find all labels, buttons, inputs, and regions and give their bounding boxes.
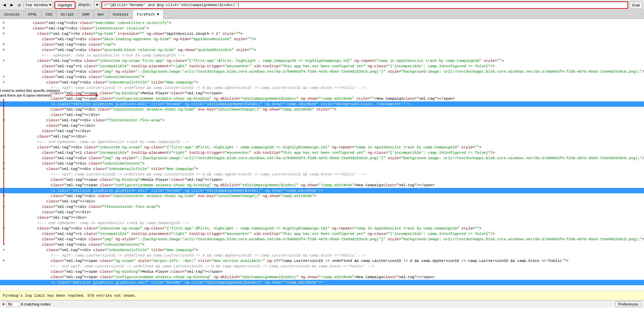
code-panel[interactable]: I need to select this specific element a… xyxy=(0,19,644,291)
expand-icon[interactable]: ⊕ xyxy=(1,26,6,31)
expand-icon[interactable] xyxy=(1,85,6,91)
line-content: class="xml-tag"><span class="ng-binding"… xyxy=(6,91,222,96)
expand-icon[interactable] xyxy=(1,155,6,161)
line-content: <!-- ngIf: camp.LastVersionID != undefin… xyxy=(6,172,365,177)
code-line: ⊕ class="xml-tag"><div class="inputConta… xyxy=(0,193,644,199)
expand-icon[interactable] xyxy=(1,237,6,242)
expand-icon[interactable] xyxy=(1,182,6,188)
expand-icon[interactable]: ⊕ xyxy=(1,193,6,199)
line-content: class="xml-tag"><i class="incompatible" … xyxy=(6,150,495,155)
expand-icon[interactable] xyxy=(1,128,6,134)
expand-icon[interactable]: ⊖ xyxy=(1,166,6,172)
code-line: class="xml-tag"><i class="incompatible" … xyxy=(0,64,644,69)
code-line: ⊖ class="xml-tag"><div class="inboxSideC… xyxy=(0,161,644,166)
expand-icon[interactable]: ⊖ xyxy=(1,161,6,166)
expand-icon[interactable] xyxy=(1,264,6,269)
console-input[interactable] xyxy=(6,301,20,307)
expand-icon[interactable]: ⊖ xyxy=(1,247,6,253)
expand-icon[interactable] xyxy=(1,36,6,42)
tab-script[interactable]: Script xyxy=(56,10,78,19)
expand-icon[interactable] xyxy=(1,64,6,69)
line-content: class="xml-tag"><span class="configurati… xyxy=(6,96,455,101)
expand-icon[interactable] xyxy=(1,280,6,285)
line-content: class="xml-tag"><div class="inboxDetails… xyxy=(6,247,198,253)
expand-icon[interactable] xyxy=(1,177,6,182)
eval-button[interactable]: Eval xyxy=(629,1,643,9)
line-content: class="xml-tag"><div class="inboxDetails… xyxy=(6,80,198,85)
line-content: class="xml-tag"><div class="inboxItem ng… xyxy=(6,58,504,64)
expand-icon[interactable] xyxy=(1,91,6,96)
tab-firepath[interactable]: FirePath ▼ xyxy=(133,10,164,19)
expand-icon[interactable] xyxy=(1,139,6,145)
code-line: class="xml-tag"><div class="data-loading… xyxy=(0,36,644,42)
code-line: class="xml-tag"></div> xyxy=(0,215,644,220)
code-line: class="xml-tag"></div> xyxy=(0,134,644,139)
expand-icon[interactable] xyxy=(1,210,6,215)
tab-html[interactable]: HTML xyxy=(24,10,41,19)
expand-icon[interactable]: ⊖ xyxy=(1,74,6,80)
expand-icon[interactable] xyxy=(1,253,6,258)
expand-icon[interactable] xyxy=(1,188,6,193)
code-line: class="xml-tag"><span class="ng-binding"… xyxy=(0,269,644,274)
code-line: class="xml-tag"></div> xyxy=(0,112,644,118)
expand-icon[interactable] xyxy=(1,269,6,274)
tab-net[interactable]: Net xyxy=(94,10,109,19)
expand-icon[interactable] xyxy=(1,231,6,237)
code-line: class="xml-tag"></div> xyxy=(0,199,644,204)
dropdown-arrow-icon: ▼ xyxy=(49,3,51,7)
line-content: <i class="editIcon glyphicon glyphicon-e… xyxy=(6,280,323,285)
expand-icon[interactable]: ⊖ xyxy=(1,80,6,85)
line-content: <!-- ngIf: camp.LastVersionID != undefin… xyxy=(6,85,365,91)
expand-icon[interactable]: ⊖ xyxy=(1,58,6,64)
line-content: class="xml-tag"></div> xyxy=(6,199,95,204)
expand-icon[interactable] xyxy=(1,96,6,101)
tab-cookies[interactable]: Cookies xyxy=(109,10,133,19)
tab-css[interactable]: CSS xyxy=(42,10,57,19)
expand-icon[interactable]: ⊕ xyxy=(1,118,6,123)
expand-icon[interactable]: ⊕ xyxy=(1,47,6,53)
expand-icon[interactable] xyxy=(1,69,6,74)
nav-forward-icon[interactable]: ▶ xyxy=(9,2,15,8)
top-window-dropdown[interactable]: Top Window ▼ xyxy=(24,1,53,9)
line-content: class="xml-tag"><div class="data-loading… xyxy=(6,36,256,42)
tab-dom[interactable]: DOM xyxy=(78,10,94,19)
expand-icon[interactable]: ⊖ xyxy=(1,226,6,231)
expand-icon[interactable]: ⊕ xyxy=(1,258,6,264)
line-content: class="xml-tag"><div class="inboxSideCon… xyxy=(6,242,144,247)
line-content: class="xml-tag"><div class="inboxDetails… xyxy=(6,166,198,172)
status-bar: Firebug's log limit has been reached. 57… xyxy=(0,291,644,300)
reload-icon[interactable]: ↺ xyxy=(16,2,22,8)
expand-icon[interactable] xyxy=(1,107,6,112)
expand-icon[interactable] xyxy=(1,220,6,226)
expand-icon[interactable] xyxy=(1,274,6,280)
line-content: class="xml-tag"><div class="flexContaine… xyxy=(6,118,165,123)
expand-icon[interactable]: ⊕ xyxy=(1,204,6,210)
expand-icon[interactable]: ⊖ xyxy=(1,145,6,150)
tab-console[interactable]: Console xyxy=(0,10,24,19)
expand-icon[interactable] xyxy=(1,134,6,139)
code-line: ⊖ class="xml-tag"><div class="inboxDetai… xyxy=(0,166,644,172)
expand-icon[interactable]: ⊕ xyxy=(1,31,6,36)
expand-icon[interactable] xyxy=(1,172,6,177)
line-content: class="xml-tag"><div class="inboxSideCon… xyxy=(6,161,144,166)
expand-icon[interactable] xyxy=(1,215,6,220)
expand-icon[interactable] xyxy=(1,199,6,204)
xpath-dropdown[interactable]: ▼ xyxy=(94,1,100,9)
expand-icon[interactable] xyxy=(1,123,6,128)
highlight-button[interactable]: Highlight xyxy=(54,1,76,9)
expand-icon[interactable]: ⊖ xyxy=(1,242,6,247)
code-line: <i class="editIcon glyphicon glyphicon-e… xyxy=(0,280,644,285)
line-content: class="xml-tag"><div class="quickadd-blo… xyxy=(6,47,256,53)
expand-icon[interactable] xyxy=(1,53,6,58)
expand-icon[interactable]: ⊕ xyxy=(1,42,6,47)
code-line: ⊕ class="xml-tag"><div class="quickadd-b… xyxy=(0,47,644,53)
expand-icon[interactable]: ⊕ xyxy=(1,20,6,26)
expand-icon[interactable] xyxy=(1,101,6,107)
nav-back-icon[interactable]: ◀ xyxy=(1,2,7,8)
expand-icon[interactable] xyxy=(1,112,6,118)
line-content: class="xml-tag"></div> xyxy=(6,210,91,215)
code-line: ⊕ class="xml-tag"><div class="itemContai… xyxy=(0,26,644,31)
expand-icon[interactable] xyxy=(1,150,6,155)
preferences-button[interactable]: Preferences xyxy=(615,301,641,307)
firepath-input[interactable] xyxy=(101,1,628,9)
